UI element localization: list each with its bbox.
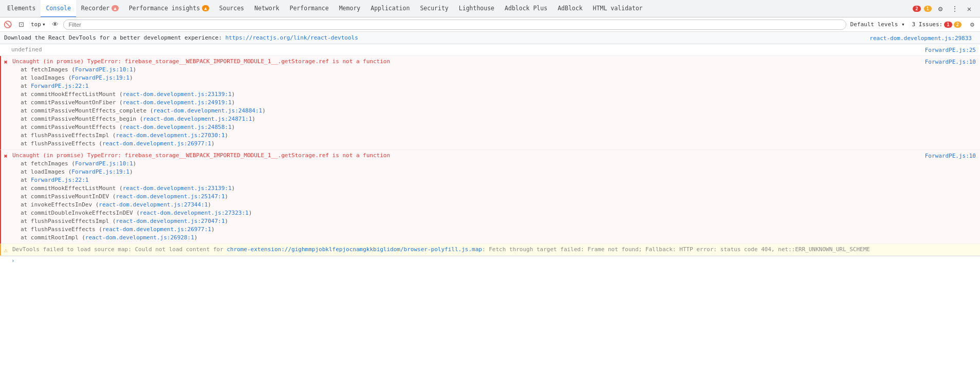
stack-link-1-3[interactable]: react-dom.development.js:23139:1 (123, 91, 232, 98)
stack-link-2-0[interactable]: ForwardPE.js:10:1 (75, 160, 133, 167)
tab-adblock-plus[interactable]: Adblock Plus (500, 0, 552, 17)
error-source-2[interactable]: ForwardPE.js:10 (898, 151, 980, 160)
eye-icon[interactable]: 👁 (50, 19, 61, 30)
tab-adblock[interactable]: AdBlock (552, 0, 587, 17)
console-prompt: › (0, 256, 980, 265)
console-content: Download the React DevTools for a better… (0, 32, 980, 377)
error-content-2: Uncaught (in promise) TypeError: firebas… (10, 151, 898, 242)
tab-adblock-label: AdBlock (558, 5, 582, 12)
performance-insights-badge: ▲ (202, 5, 209, 11)
filter-input[interactable] (63, 20, 846, 30)
log-line-error-1: ✖ Uncaught (in promise) TypeError: fireb… (0, 56, 980, 150)
tab-sources[interactable]: Sources (214, 0, 249, 17)
tab-security[interactable]: Security (415, 0, 453, 17)
log-line-undefined: undefined ForwardPE.js:25 (0, 44, 980, 56)
issues-label: 3 Issues: (912, 21, 943, 28)
react-devtools-link[interactable]: https://reactjs.org/link/react-devtools (225, 34, 358, 41)
tab-performance-insights[interactable]: Performance insights ▲ (124, 0, 214, 17)
undefined-source[interactable]: ForwardPE.js:25 (898, 45, 980, 54)
error-count-badge: 2 (913, 6, 920, 12)
stack-link-2-2[interactable]: ForwardPE.js:22:1 (31, 177, 89, 183)
react-devtools-info-bar: Download the React DevTools for a better… (0, 32, 980, 44)
tab-performance[interactable]: Performance (285, 0, 334, 17)
stack-link-1-7[interactable]: react-dom.development.js:24858:1 (123, 124, 232, 130)
stack-link-1-8[interactable]: react-dom.development.js:27030:1 (116, 132, 225, 139)
tab-memory-label: Memory (339, 5, 361, 12)
tab-network-label: Network (254, 5, 279, 12)
error-icon-2: ✖ (1, 151, 10, 160)
stack-link-1-4[interactable]: react-dom.development.js:24919:1 (123, 99, 232, 106)
tab-application[interactable]: Application (365, 0, 415, 17)
stack-2-9: at commitRootImpl (react-dom.development… (12, 234, 197, 241)
close-devtools-icon[interactable]: ✕ (964, 3, 975, 14)
stack-link-2-1[interactable]: ForwardPE.js:19:1 (71, 168, 130, 175)
stack-2-7: at flushPassiveEffectsImpl (react-dom.de… (12, 218, 228, 224)
settings-icon[interactable]: ⚙ (935, 3, 946, 14)
error-message-1: Uncaught (in promise) TypeError: firebas… (12, 58, 390, 65)
stack-2-5: at invokeEffectsInDev (react-dom.develop… (12, 201, 211, 208)
console-toolbar: 🚫 ⊡ top ▾ 👁 Default levels ▾ 3 Issues: 1… (0, 17, 980, 32)
console-settings-icon[interactable]: ⚙ (967, 19, 978, 30)
issues-warn-badge: 2 (954, 22, 961, 28)
undefined-content: undefined (9, 45, 898, 54)
more-options-icon[interactable]: ⋮ (949, 3, 960, 14)
stack-2-0: at fetchImages (ForwardPE.js:10:1) (12, 160, 136, 167)
issues-badge[interactable]: 3 Issues: 1 2 (909, 20, 965, 29)
stack-2-2: at ForwardPE.js:22:1 (12, 177, 88, 183)
stack-link-2-9[interactable]: react-dom.development.js:26928:1 (85, 234, 194, 241)
tab-recorder[interactable]: Recorder ▲ (76, 0, 124, 17)
context-selector[interactable]: top ▾ (29, 20, 48, 29)
error-content-1: Uncaught (in promise) TypeError: firebas… (10, 57, 898, 148)
stack-link-2-6[interactable]: react-dom.development.js:27323:1 (140, 210, 249, 216)
stack-link-2-3[interactable]: react-dom.development.js:23139:1 (123, 185, 232, 192)
stack-link-2-8[interactable]: react-dom.development.js:26977:1 (102, 226, 211, 233)
info-bar-source[interactable]: react-dom.development.js:29833 (870, 34, 976, 42)
tab-sources-label: Sources (219, 5, 244, 12)
info-icon (0, 45, 9, 46)
stack-1-9: at flushPassiveEffects (react-dom.develo… (12, 140, 215, 147)
tab-html-validator[interactable]: HTML validator (588, 0, 648, 17)
stack-1-6: at commitPassiveMountEffects_begin (reac… (12, 116, 255, 122)
stack-link-1-0[interactable]: ForwardPE.js:10:1 (75, 66, 133, 73)
default-levels-label: Default levels (850, 21, 898, 28)
tab-performance-insights-label: Performance insights (129, 5, 200, 12)
tab-elements[interactable]: Elements (2, 0, 41, 17)
clear-console-button[interactable]: 🚫 (2, 19, 13, 30)
default-levels-chevron: ▾ (901, 21, 905, 28)
devtools-tab-bar: Elements Console Recorder ▲ Performance … (0, 0, 980, 17)
tab-recorder-label: Recorder (81, 5, 109, 12)
default-levels-dropdown[interactable]: Default levels ▾ (848, 20, 907, 29)
tab-security-label: Security (420, 5, 448, 12)
tab-console-label: Console (46, 5, 70, 12)
stack-link-1-2[interactable]: ForwardPE.js:22:1 (31, 83, 89, 89)
stack-link-2-7[interactable]: react-dom.development.js:27047:1 (116, 218, 225, 224)
stack-2-6: at commitDoubleInvokeEffectsInDEV (react… (12, 210, 252, 216)
stack-link-2-5[interactable]: react-dom.development.js:27344:1 (99, 201, 208, 208)
tab-application-label: Application (371, 5, 410, 12)
tab-memory[interactable]: Memory (334, 0, 366, 17)
tab-lighthouse[interactable]: Lighthouse (454, 0, 500, 17)
error-source-1[interactable]: ForwardPE.js:10 (898, 57, 980, 66)
stack-1-5: at commitPassiveMountEffects_complete (r… (12, 107, 266, 114)
stack-2-3: at commitHookEffectListMount (react-dom.… (12, 185, 235, 192)
stack-link-1-9[interactable]: react-dom.development.js:26977:1 (102, 140, 211, 147)
warning-source-link[interactable]: chrome-extension://gighmmpjobklfepjocnam… (227, 246, 482, 253)
stack-2-4: at commitPassiveMountInDEV (react-dom.de… (12, 193, 228, 200)
stack-link-1-1[interactable]: ForwardPE.js:19:1 (71, 74, 130, 81)
recorder-badge: ▲ (112, 5, 118, 11)
stack-link-1-6[interactable]: react-dom.development.js:24871:1 (143, 116, 252, 122)
log-line-warning-1: ⚠ DevTools failed to load source map: Co… (0, 244, 980, 256)
stack-2-1: at loadImages (ForwardPE.js:19:1) (12, 168, 133, 175)
warning-source-1 (898, 245, 980, 246)
tab-performance-label: Performance (290, 5, 329, 12)
tab-console[interactable]: Console (41, 0, 76, 17)
warning-content-1: DevTools failed to load source map: Coul… (10, 245, 898, 254)
stack-1-0: at fetchImages (ForwardPE.js:10:1) (12, 66, 136, 73)
inspect-element-button[interactable]: ⊡ (15, 19, 27, 30)
chevron-down-icon: ▾ (42, 21, 46, 28)
stack-link-2-4[interactable]: react-dom.development.js:25147:1 (116, 193, 225, 200)
tab-html-validator-label: HTML validator (593, 5, 643, 12)
tab-network[interactable]: Network (249, 0, 284, 17)
stack-link-1-5[interactable]: react-dom.development.js:24884:1 (153, 107, 262, 114)
prompt-icon: › (11, 257, 15, 264)
